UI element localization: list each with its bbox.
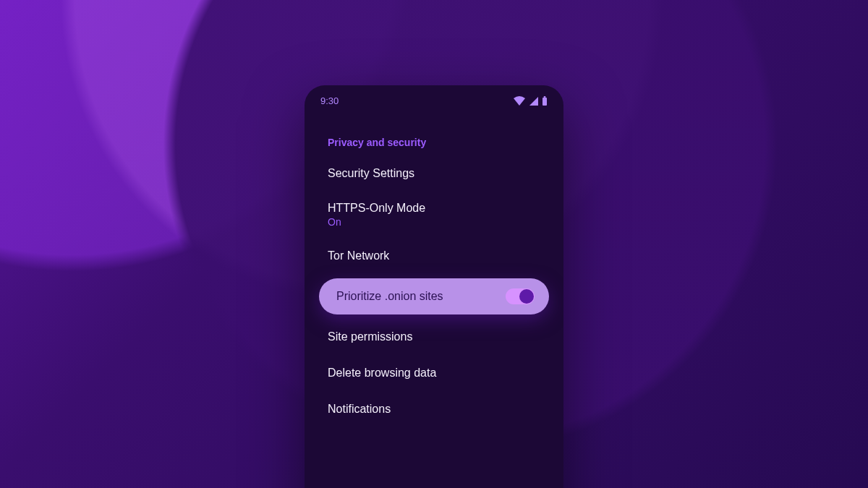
row-prioritize-onion-sites[interactable]: Prioritize .onion sites — [319, 278, 549, 314]
status-icons — [513, 96, 548, 106]
row-label: HTTPS-Only Mode — [328, 202, 425, 215]
row-label: Tor Network — [328, 249, 389, 262]
row-value: On — [328, 216, 425, 228]
toggle-prioritize-onion[interactable] — [506, 288, 535, 304]
cellular-icon — [529, 96, 539, 106]
row-site-permissions[interactable]: Site permissions — [305, 319, 563, 355]
row-delete-browsing-data[interactable]: Delete browsing data — [305, 355, 563, 391]
row-tor-network[interactable]: Tor Network — [305, 238, 563, 274]
toggle-knob — [519, 289, 534, 304]
row-label: Notifications — [328, 403, 391, 416]
row-label: Delete browsing data — [328, 367, 436, 380]
battery-icon — [542, 96, 548, 106]
row-label: Security Settings — [328, 167, 414, 180]
status-time: 9:30 — [320, 95, 339, 106]
wifi-icon — [513, 96, 526, 106]
svg-rect-1 — [544, 96, 546, 98]
row-notifications[interactable]: Notifications — [305, 391, 563, 427]
section-header-privacy: Privacy and security — [305, 137, 563, 155]
status-bar: 9:30 — [305, 85, 563, 111]
row-https-only-mode[interactable]: HTTPS-Only Mode On — [305, 192, 563, 238]
phone-frame: 9:30 Privacy and security Security Setti… — [305, 85, 563, 488]
row-label: Prioritize .onion sites — [336, 290, 443, 303]
settings-content: Privacy and security Security Settings H… — [305, 111, 563, 427]
svg-rect-0 — [542, 98, 547, 106]
row-label: Site permissions — [328, 330, 412, 343]
row-security-settings[interactable]: Security Settings — [305, 155, 563, 192]
